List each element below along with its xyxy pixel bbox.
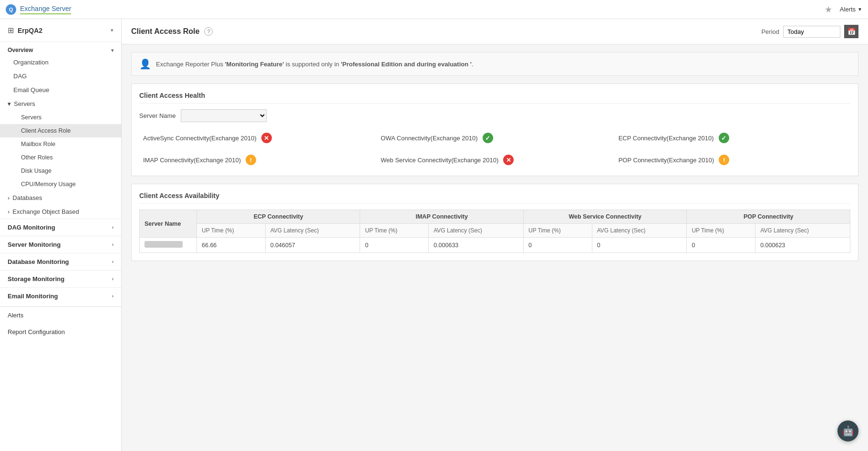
server-name-cell [140,238,197,253]
server-monitoring-caret: › [112,242,114,247]
sidebar-item-client-access-role[interactable]: Client Access Role [0,124,121,137]
org-icon: ⊞ [8,26,14,35]
content-area: Client Access Role ? Period 📅 👤 Exchange… [122,19,868,451]
col-webservice: Web Service Connectivity [523,210,686,224]
sidebar-item-disk-usage[interactable]: Disk Usage [0,164,121,178]
health-label-ecp: ECP Connectivity(Exchange 2010) [619,135,714,142]
alerts-label: Alerts [840,6,856,13]
sidebar-item-cpu-memory[interactable]: CPU/Memory Usage [0,178,121,191]
sidebar-databases-section[interactable]: › Databases [0,191,121,205]
favorite-icon[interactable]: ★ [825,4,832,15]
period-label: Period [761,28,779,35]
status-icon-pop: ! [719,155,729,165]
health-item-imap: IMAP Connectivity(Exchange 2010) ! [143,152,371,168]
org-chevron: ▾ [111,27,114,33]
calendar-button[interactable]: 📅 [844,25,858,38]
app-title: Exchange Server [20,5,71,14]
status-icon-activesync: ✕ [261,133,272,143]
sidebar-exchange-object-section[interactable]: › Exchange Object Based [0,205,121,219]
server-dropdown[interactable] [181,109,267,122]
help-icon[interactable]: ? [204,27,213,36]
table-row: 66.66 0.046057 0 0.000633 0 0 0 0.000623 [140,238,850,253]
floating-help-button[interactable]: 🤖 [837,420,858,441]
availability-section: Client Access Availability Server Name E… [131,184,858,261]
health-section: Client Access Health Server Name ActiveS… [131,84,858,176]
topbar-left: Q Exchange Server [6,4,71,15]
sub-header-ws-uptime: UP Time (%) [523,224,592,238]
sidebar-server-monitoring[interactable]: Server Monitoring › [0,236,121,253]
email-monitoring-caret: › [112,294,114,299]
app-logo: Q [6,4,16,15]
info-banner: 👤 Exchange Reporter Plus 'Monitoring Fea… [131,52,858,76]
sidebar-item-organization[interactable]: Organization [0,55,121,69]
imap-uptime-val: 0 [360,238,429,253]
sidebar-overview-section[interactable]: Overview ▾ [0,42,121,55]
info-text: Exchange Reporter Plus 'Monitoring Featu… [156,61,473,68]
imap-latency-val: 0.000633 [429,238,524,253]
ws-latency-val: 0 [592,238,687,253]
sidebar-servers-section[interactable]: ▾ Servers [0,97,121,111]
availability-table: Server Name ECP Connectivity IMAP Connec… [139,210,850,253]
overview-caret: ▾ [111,48,114,53]
sub-header-ws-latency: AVG Latency (Sec) [592,224,687,238]
sidebar-alerts[interactable]: Alerts [0,307,121,324]
page-header: Client Access Role ? Period 📅 [122,19,868,44]
status-icon-imap: ! [246,155,256,165]
servers-caret: ▾ [8,100,11,107]
ecp-uptime-val: 66.66 [197,238,266,253]
server-name-label: Server Name [139,112,176,119]
sidebar-dag-monitoring[interactable]: DAG Monitoring › [0,219,121,236]
floating-btn-icon: 🤖 [842,425,854,437]
period-control: Period 📅 [761,25,858,38]
server-selector: Server Name [139,109,850,122]
info-highlight2: 'Professional Edition and during evaluat… [341,61,472,68]
dag-monitoring-caret: › [112,225,114,230]
sidebar-item-servers[interactable]: Servers [0,111,121,124]
health-item-owa: OWA Connectivity(Exchange 2010) ✓ [381,130,609,146]
status-icon-webservice: ✕ [503,155,514,165]
status-icon-ecp: ✓ [719,133,729,143]
health-item-ecp: ECP Connectivity(Exchange 2010) ✓ [619,130,847,146]
database-monitoring-caret: › [112,259,114,264]
sidebar-report-configuration[interactable]: Report Configuration [0,324,121,340]
sub-header-imap-latency: AVG Latency (Sec) [429,224,524,238]
sidebar-item-mailbox-role[interactable]: Mailbox Role [0,137,121,151]
sub-header-ecp-latency: AVG Latency (Sec) [265,224,360,238]
storage-monitoring-caret: › [112,276,114,282]
exchange-object-caret: › [8,208,10,215]
topbar-right: ★ Alerts ▼ [825,4,862,15]
calendar-icon: 📅 [847,28,856,35]
health-section-title: Client Access Health [139,92,850,104]
org-name: ErpQA2 [18,27,111,34]
sidebar-database-monitoring[interactable]: Database Monitoring › [0,253,121,270]
ecp-latency-val: 0.046057 [265,238,360,253]
info-user-icon: 👤 [139,58,151,70]
col-pop: POP Connectivity [687,210,850,224]
topbar: Q Exchange Server ★ Alerts ▼ [0,0,868,19]
period-input[interactable] [783,26,840,38]
health-label-imap: IMAP Connectivity(Exchange 2010) [143,157,241,164]
page-header-left: Client Access Role ? [131,27,213,36]
databases-caret: › [8,194,10,201]
col-imap: IMAP Connectivity [360,210,523,224]
health-grid: ActiveSync Connectivity(Exchange 2010) ✕… [139,130,850,168]
health-label-pop: POP Connectivity(Exchange 2010) [619,157,714,164]
pop-latency-val: 0.000623 [755,238,850,253]
health-label-webservice: Web Service Connectivity(Exchange 2010) [381,157,498,164]
sidebar-item-email-queue[interactable]: Email Queue [0,83,121,97]
sidebar-email-monitoring[interactable]: Email Monitoring › [0,287,121,304]
sidebar-storage-monitoring[interactable]: Storage Monitoring › [0,270,121,287]
main-layout: ⊞ ErpQA2 ▾ Overview ▾ Organization DAG E… [0,19,868,451]
org-header[interactable]: ⊞ ErpQA2 ▾ [0,19,121,42]
health-item-webservice: Web Service Connectivity(Exchange 2010) … [381,152,609,168]
availability-section-title: Client Access Availability [139,192,850,204]
col-server-name: Server Name [140,210,197,238]
sub-header-pop-latency: AVG Latency (Sec) [755,224,850,238]
alerts-button[interactable]: Alerts ▼ [840,6,862,13]
status-icon-owa: ✓ [483,133,493,143]
alerts-chevron: ▼ [858,7,862,12]
sidebar-item-other-roles[interactable]: Other Roles [0,151,121,164]
health-item-activesync: ActiveSync Connectivity(Exchange 2010) ✕ [143,130,371,146]
sidebar-item-dag[interactable]: DAG [0,69,121,83]
ws-uptime-val: 0 [523,238,592,253]
